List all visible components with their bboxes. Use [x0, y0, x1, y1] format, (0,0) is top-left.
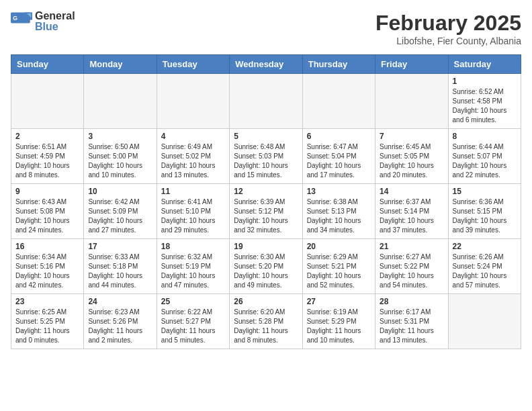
day-info: Sunrise: 6:25 AM Sunset: 5:25 PM Dayligh…: [15, 308, 79, 345]
day-number: 19: [234, 242, 298, 251]
day-number: 8: [453, 132, 517, 141]
day-number: 6: [307, 132, 371, 141]
calendar-day-header: Friday: [375, 55, 448, 74]
day-number: 20: [307, 242, 371, 251]
day-info: Sunrise: 6:33 AM Sunset: 5:18 PM Dayligh…: [88, 253, 152, 290]
calendar-cell: 20Sunrise: 6:29 AM Sunset: 5:21 PM Dayli…: [302, 239, 375, 294]
day-info: Sunrise: 6:27 AM Sunset: 5:22 PM Dayligh…: [380, 253, 443, 290]
day-number: 13: [307, 187, 371, 196]
day-number: 3: [88, 132, 152, 141]
calendar-cell: [11, 74, 84, 129]
day-number: 18: [161, 242, 225, 251]
calendar-table: SundayMondayTuesdayWednesdayThursdayFrid…: [11, 54, 521, 349]
day-number: 12: [234, 187, 298, 196]
calendar-cell: 27Sunrise: 6:19 AM Sunset: 5:29 PM Dayli…: [302, 294, 375, 349]
day-info: Sunrise: 6:51 AM Sunset: 4:59 PM Dayligh…: [15, 142, 79, 180]
day-number: 7: [380, 132, 443, 141]
calendar-cell: 5Sunrise: 6:48 AM Sunset: 5:03 PM Daylig…: [230, 129, 302, 184]
day-number: 25: [161, 297, 225, 306]
day-info: Sunrise: 6:48 AM Sunset: 5:03 PM Dayligh…: [234, 142, 298, 180]
calendar-cell: 10Sunrise: 6:42 AM Sunset: 5:09 PM Dayli…: [84, 184, 157, 239]
page-subtitle: Libofshe, Fier County, Albania: [375, 36, 521, 46]
logo-general-text: General: [35, 10, 75, 21]
day-info: Sunrise: 6:49 AM Sunset: 5:02 PM Dayligh…: [161, 142, 225, 180]
day-info: Sunrise: 6:42 AM Sunset: 5:09 PM Dayligh…: [88, 197, 152, 235]
week-row-2: 2Sunrise: 6:51 AM Sunset: 4:59 PM Daylig…: [11, 129, 521, 184]
day-info: Sunrise: 6:45 AM Sunset: 5:05 PM Dayligh…: [380, 142, 443, 180]
day-number: 16: [15, 242, 79, 251]
calendar-cell: 13Sunrise: 6:38 AM Sunset: 5:13 PM Dayli…: [302, 184, 375, 239]
calendar-cell: 26Sunrise: 6:20 AM Sunset: 5:28 PM Dayli…: [230, 294, 302, 349]
logo: G General Blue: [11, 11, 75, 32]
day-number: 10: [88, 187, 152, 196]
week-row-1: 1Sunrise: 6:52 AM Sunset: 4:58 PM Daylig…: [11, 74, 521, 129]
calendar-cell: 8Sunrise: 6:44 AM Sunset: 5:07 PM Daylig…: [448, 129, 521, 184]
calendar-cell: 19Sunrise: 6:30 AM Sunset: 5:20 PM Dayli…: [230, 239, 302, 294]
calendar-cell: [302, 74, 375, 129]
svg-text:G: G: [13, 15, 17, 21]
day-number: 2: [15, 132, 79, 141]
day-info: Sunrise: 6:26 AM Sunset: 5:24 PM Dayligh…: [453, 253, 517, 290]
day-number: 5: [234, 132, 298, 141]
day-info: Sunrise: 6:34 AM Sunset: 5:16 PM Dayligh…: [15, 253, 79, 290]
calendar-cell: 3Sunrise: 6:50 AM Sunset: 5:00 PM Daylig…: [84, 129, 157, 184]
day-info: Sunrise: 6:30 AM Sunset: 5:20 PM Dayligh…: [234, 253, 298, 290]
logo-icon: G: [11, 12, 32, 31]
calendar-day-header: Monday: [84, 55, 157, 74]
day-number: 24: [88, 297, 152, 306]
day-number: 17: [88, 242, 152, 251]
day-info: Sunrise: 6:20 AM Sunset: 5:28 PM Dayligh…: [234, 308, 298, 345]
calendar-day-header: Sunday: [11, 55, 84, 74]
calendar-day-header: Tuesday: [157, 55, 229, 74]
day-info: Sunrise: 6:22 AM Sunset: 5:27 PM Dayligh…: [161, 308, 225, 345]
calendar-day-header: Wednesday: [230, 55, 302, 74]
day-number: 11: [161, 187, 225, 196]
day-info: Sunrise: 6:36 AM Sunset: 5:15 PM Dayligh…: [453, 197, 517, 235]
calendar-cell: 21Sunrise: 6:27 AM Sunset: 5:22 PM Dayli…: [375, 239, 448, 294]
day-number: 27: [307, 297, 371, 306]
day-info: Sunrise: 6:43 AM Sunset: 5:08 PM Dayligh…: [15, 197, 79, 235]
day-number: 23: [15, 297, 79, 306]
week-row-3: 9Sunrise: 6:43 AM Sunset: 5:08 PM Daylig…: [11, 184, 521, 239]
calendar-cell: 17Sunrise: 6:33 AM Sunset: 5:18 PM Dayli…: [84, 239, 157, 294]
calendar-cell: 2Sunrise: 6:51 AM Sunset: 4:59 PM Daylig…: [11, 129, 84, 184]
day-info: Sunrise: 6:29 AM Sunset: 5:21 PM Dayligh…: [307, 253, 371, 290]
day-info: Sunrise: 6:19 AM Sunset: 5:29 PM Dayligh…: [307, 308, 371, 345]
day-number: 1: [453, 77, 517, 86]
calendar-cell: 9Sunrise: 6:43 AM Sunset: 5:08 PM Daylig…: [11, 184, 84, 239]
calendar-cell: [230, 74, 302, 129]
day-number: 9: [15, 187, 79, 196]
calendar-cell: [375, 74, 448, 129]
day-info: Sunrise: 6:47 AM Sunset: 5:04 PM Dayligh…: [307, 142, 371, 180]
calendar-cell: 1Sunrise: 6:52 AM Sunset: 4:58 PM Daylig…: [448, 74, 521, 129]
calendar-cell: 14Sunrise: 6:37 AM Sunset: 5:14 PM Dayli…: [375, 184, 448, 239]
day-info: Sunrise: 6:41 AM Sunset: 5:10 PM Dayligh…: [161, 197, 225, 235]
day-info: Sunrise: 6:39 AM Sunset: 5:12 PM Dayligh…: [234, 197, 298, 235]
day-number: 28: [380, 297, 443, 306]
day-info: Sunrise: 6:37 AM Sunset: 5:14 PM Dayligh…: [380, 197, 443, 235]
calendar-day-header: Thursday: [302, 55, 375, 74]
week-row-4: 16Sunrise: 6:34 AM Sunset: 5:16 PM Dayli…: [11, 239, 521, 294]
day-info: Sunrise: 6:17 AM Sunset: 5:31 PM Dayligh…: [380, 308, 443, 345]
calendar-cell: 15Sunrise: 6:36 AM Sunset: 5:15 PM Dayli…: [448, 184, 521, 239]
week-row-5: 23Sunrise: 6:25 AM Sunset: 5:25 PM Dayli…: [11, 294, 521, 349]
calendar-cell: 11Sunrise: 6:41 AM Sunset: 5:10 PM Dayli…: [157, 184, 229, 239]
page-title: February 2025: [375, 11, 521, 36]
calendar-cell: [448, 294, 521, 349]
calendar-cell: 16Sunrise: 6:34 AM Sunset: 5:16 PM Dayli…: [11, 239, 84, 294]
calendar-cell: 23Sunrise: 6:25 AM Sunset: 5:25 PM Dayli…: [11, 294, 84, 349]
calendar-cell: 28Sunrise: 6:17 AM Sunset: 5:31 PM Dayli…: [375, 294, 448, 349]
calendar-cell: 12Sunrise: 6:39 AM Sunset: 5:12 PM Dayli…: [230, 184, 302, 239]
day-info: Sunrise: 6:52 AM Sunset: 4:58 PM Dayligh…: [453, 87, 517, 125]
calendar-header-row: SundayMondayTuesdayWednesdayThursdayFrid…: [11, 55, 521, 74]
day-info: Sunrise: 6:38 AM Sunset: 5:13 PM Dayligh…: [307, 197, 371, 235]
calendar-cell: 4Sunrise: 6:49 AM Sunset: 5:02 PM Daylig…: [157, 129, 229, 184]
calendar-cell: 7Sunrise: 6:45 AM Sunset: 5:05 PM Daylig…: [375, 129, 448, 184]
day-info: Sunrise: 6:23 AM Sunset: 5:26 PM Dayligh…: [88, 308, 152, 345]
day-number: 4: [161, 132, 225, 141]
day-number: 22: [453, 242, 517, 251]
title-area: February 2025 Libofshe, Fier County, Alb…: [375, 11, 521, 46]
day-number: 26: [234, 297, 298, 306]
calendar-cell: [157, 74, 229, 129]
logo-blue-text: Blue: [35, 21, 58, 32]
